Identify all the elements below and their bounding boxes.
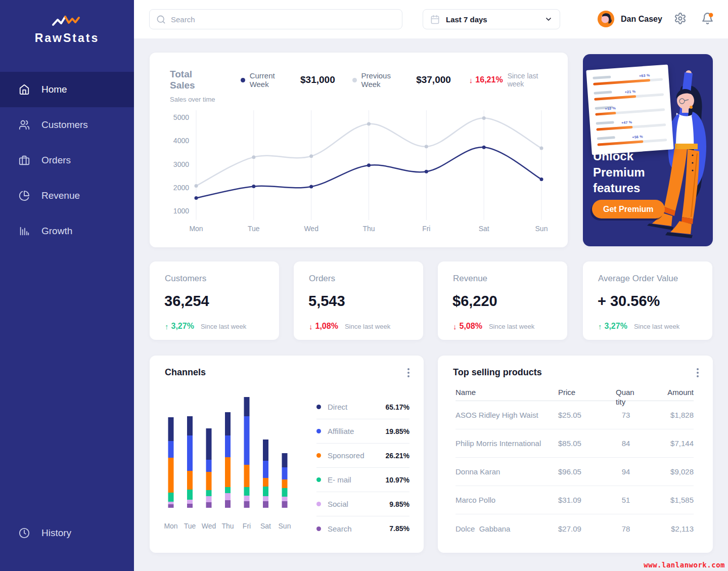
main-content: Total Sales Current Week $31,000 Previou… — [134, 38, 728, 571]
svg-text:Tue: Tue — [248, 225, 260, 233]
up-arrow-icon: ↑ — [598, 322, 602, 331]
sidebar-item-label: Growth — [41, 226, 72, 237]
date-range-select[interactable]: Last 7 days — [423, 9, 560, 29]
board-row-track: +21 % — [594, 93, 664, 101]
svg-text:2000: 2000 — [173, 184, 189, 192]
table-row[interactable]: Donna Karan $96.05 94 $9,028 — [456, 458, 694, 486]
legend-previous-week: Previous Week $37,000 — [352, 71, 451, 89]
sidebar-item-label: Home — [41, 84, 67, 95]
notification-dot — [709, 13, 713, 17]
board-row-fill — [597, 140, 643, 146]
board-row-percent: +12 % — [605, 106, 616, 110]
board-row-fill — [594, 95, 636, 101]
kebab-icon — [697, 368, 699, 370]
svg-text:Wed: Wed — [304, 225, 318, 233]
sidebar-item-revenue[interactable]: Revenue — [0, 178, 134, 213]
svg-text:Mon: Mon — [189, 225, 203, 233]
stat-value: 5,543 — [308, 293, 345, 310]
down-arrow-icon: ↓ — [309, 322, 313, 331]
sidebar-item-home[interactable]: Home — [0, 72, 134, 107]
table-row[interactable]: Marco Pollo $31.09 51 $1,585 — [456, 486, 694, 514]
channels-stacked-bar-chart: MonTueWedThuFriSatSun — [162, 392, 309, 544]
svg-text:Sun: Sun — [535, 225, 548, 233]
top-selling-products-card: Top selling products Name Price Quantity… — [438, 356, 713, 553]
stat-title: Average Order Value — [598, 274, 678, 284]
stat-title: Orders — [309, 274, 335, 284]
date-range-value: Last 7 days — [446, 15, 487, 24]
svg-text:3000: 3000 — [173, 160, 189, 168]
stat-value: 36,254 — [164, 293, 209, 310]
social-dot — [316, 502, 321, 506]
legend-item-direct: Direct 65.17% — [316, 395, 410, 419]
email-dot — [316, 477, 321, 482]
board-row-fill — [593, 79, 650, 85]
up-arrow-icon: ↑ — [165, 322, 169, 331]
board-row-label-bar — [593, 75, 611, 79]
board-row-fill — [595, 112, 616, 116]
sidebar-item-label: Customers — [41, 119, 88, 130]
svg-text:5000: 5000 — [173, 113, 189, 121]
orders-stat-card: Orders 5,543 ↓ 1,08% Since last week — [294, 261, 423, 340]
table-row[interactable]: Philip Morris International $85.05 84 $7… — [456, 429, 694, 458]
previous-week-dot — [352, 78, 357, 82]
bell-icon — [701, 12, 714, 25]
sidebar-item-orders[interactable]: Orders — [0, 143, 134, 178]
legend-item-sponsored: Sponsored 26.21% — [316, 444, 410, 468]
products-menu-button[interactable] — [692, 366, 704, 380]
down-arrow-icon: ↓ — [469, 76, 473, 84]
revenue-stat-card: Revenue $6,220 ↓ 5,08% Since last week — [438, 261, 567, 340]
clock-icon — [18, 527, 30, 539]
affilliate-dot — [316, 429, 321, 433]
settings-button[interactable] — [673, 12, 687, 26]
kebab-icon — [407, 368, 410, 370]
svg-text:Thu: Thu — [221, 522, 234, 530]
logo[interactable]: RawStats — [0, 14, 134, 45]
chevron-down-icon — [544, 15, 553, 23]
svg-text:Mon: Mon — [164, 522, 177, 530]
board-row-track: +12 % — [595, 108, 665, 116]
table-row[interactable]: Dolce Gabbana $27.09 78 $2,113 — [456, 514, 694, 543]
sidebar-nav: Home Customers Orders Revenue — [0, 72, 134, 249]
avatar — [598, 11, 614, 27]
search-icon — [156, 15, 166, 24]
notifications-button[interactable] — [700, 12, 714, 26]
column-header-quantity: Quantity — [616, 388, 636, 407]
search-box — [149, 9, 402, 29]
legend-item-affilliate: Affilliate 19.85% — [316, 419, 410, 444]
current-week-dot — [241, 78, 245, 82]
premium-card: +63 % +21 % +12 % — [583, 54, 713, 246]
board-row-track: +63 % — [593, 78, 663, 85]
channels-legend: Direct 65.17% Affilliate 19.85% Sponsore… — [316, 395, 410, 541]
board-row-percent: +21 % — [625, 90, 636, 94]
board-row-track: +47 % — [596, 123, 666, 131]
channels-menu-button[interactable] — [402, 366, 415, 380]
sales-line-chart: 50004000300020001000MonTueWedThuFriSatSu… — [164, 103, 566, 236]
search-input[interactable] — [171, 15, 402, 24]
column-header-price: Price — [558, 388, 607, 397]
board-row: +12 % — [595, 102, 665, 116]
customers-stat-card: Customers 36,254 ↑ 3,27% Since last week — [150, 261, 279, 340]
table-row[interactable]: ASOS Ridley High Waist $25.05 73 $1,828 — [456, 401, 694, 429]
board-row: +63 % — [593, 72, 663, 85]
watermark: www.lanlanwork.com — [644, 561, 725, 569]
bar-chart-icon — [18, 225, 30, 237]
sidebar-item-label: Orders — [41, 155, 71, 166]
svg-text:Sat: Sat — [260, 522, 271, 530]
board-row-fill — [596, 126, 632, 131]
channels-title: Channels — [165, 367, 206, 378]
get-premium-button[interactable]: Get Premium — [592, 200, 665, 218]
user-menu[interactable]: Dan Casey — [598, 11, 662, 27]
dashboard-page: RawStats Home Customers Orders — [0, 0, 728, 571]
board-row-label-bar — [596, 121, 614, 124]
users-icon — [18, 119, 30, 131]
user-name: Dan Casey — [621, 15, 662, 24]
premium-stats-board: +63 % +21 % +12 % — [586, 65, 673, 155]
sales-delta: ↓ 16,21% Since last week — [469, 72, 556, 88]
sidebar-item-growth[interactable]: Growth — [0, 213, 134, 249]
products-table: Name Price Quantity Amount ASOS Ridley H… — [456, 388, 694, 543]
direct-dot — [316, 405, 321, 409]
sidebar-item-history[interactable]: History — [0, 515, 134, 551]
sidebar-item-customers[interactable]: Customers — [0, 107, 134, 143]
stat-title: Customers — [165, 274, 206, 284]
column-header-name: Name — [456, 388, 558, 397]
